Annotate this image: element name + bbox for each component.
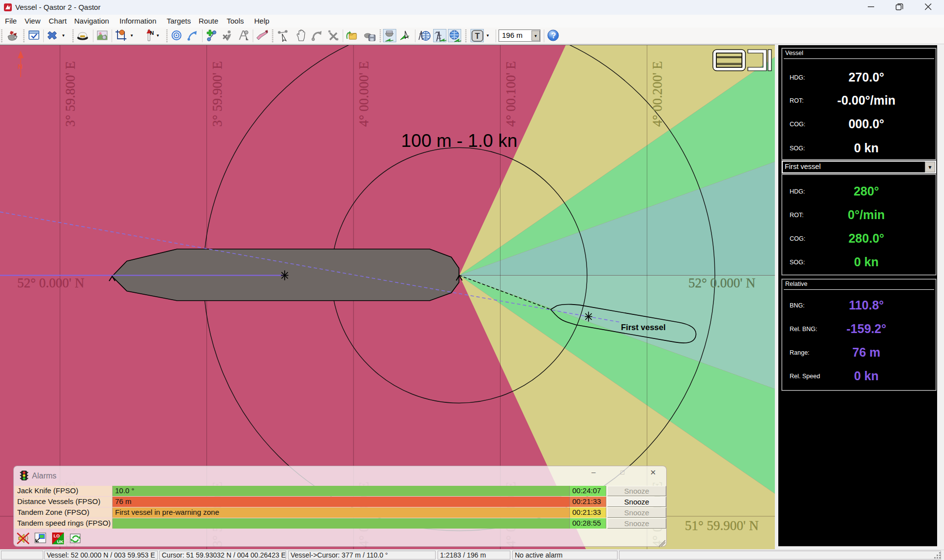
svg-text:51° 59.900' N: 51° 59.900' N	[685, 518, 759, 533]
svg-text:LO: LO	[54, 533, 60, 538]
svg-text:N: N	[150, 30, 154, 36]
svg-text:T: T	[475, 32, 480, 40]
svg-text:4° 00.000' E: 4° 00.000' E	[356, 61, 371, 127]
svg-text:52° 0.000' N: 52° 0.000' N	[688, 276, 755, 290]
svg-text:N: N	[18, 63, 23, 70]
svg-text:52° 0.000' N: 52° 0.000' N	[17, 276, 84, 290]
svg-text:UK: UK	[57, 539, 63, 544]
svg-text:4° 00.200' E: 4° 00.200' E	[650, 61, 665, 127]
svg-text:4° 00.100' E: 4° 00.100' E	[503, 61, 518, 127]
svg-text:100 m - 1.0 kn: 100 m - 1.0 kn	[401, 131, 518, 151]
svg-text:First vessel: First vessel	[621, 323, 666, 332]
svg-text:3° 59.800' E: 3° 59.800' E	[63, 61, 78, 127]
svg-text:3° 59.900' E: 3° 59.900' E	[210, 61, 225, 127]
svg-text:?: ?	[551, 31, 556, 40]
